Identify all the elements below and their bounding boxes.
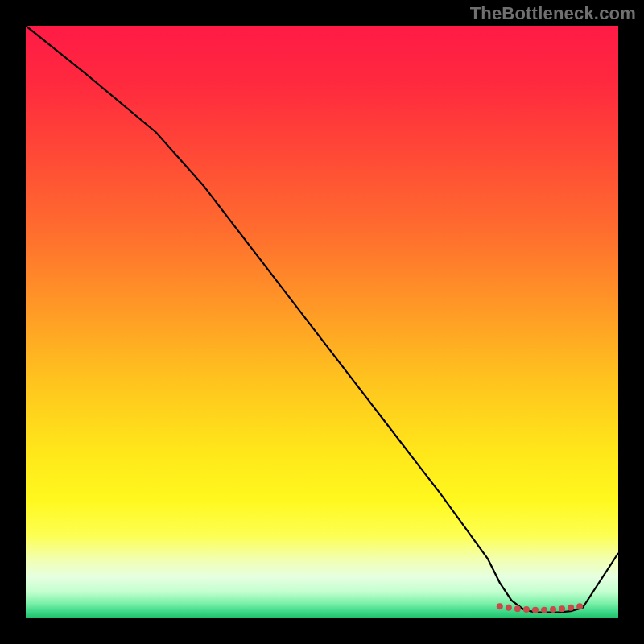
chart-svg [26,26,618,618]
marker-dot [541,607,547,613]
chart-container: TheBottleneck.com [0,0,644,644]
marker-dot [523,606,530,613]
plot-area [26,26,618,618]
marker-dot [568,605,574,611]
gradient-background [26,26,618,618]
marker-dot [497,603,503,609]
marker-dot [559,605,565,612]
marker-dot [576,603,583,609]
marker-dot [550,606,556,613]
marker-dot [532,607,539,613]
watermark-text: TheBottleneck.com [470,3,636,24]
marker-dot [514,605,521,612]
marker-dot [506,605,512,611]
